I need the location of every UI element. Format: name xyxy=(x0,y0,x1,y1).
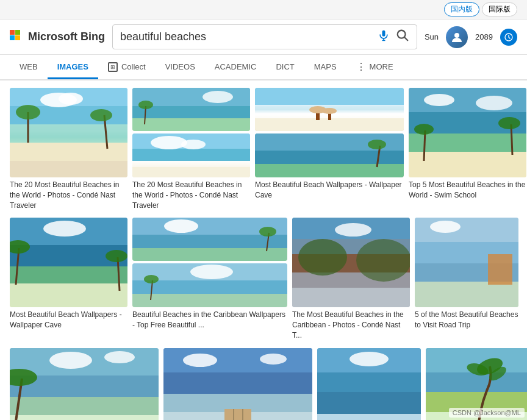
svg-point-90 xyxy=(430,221,461,233)
search-icons xyxy=(378,29,409,45)
svg-point-53 xyxy=(498,117,520,129)
svg-rect-103 xyxy=(224,409,251,420)
nav-item-maps[interactable]: MAPS xyxy=(304,56,346,79)
bing-logo-icon xyxy=(10,30,24,44)
watermark: CSDN @Jackson@ML xyxy=(449,408,525,418)
svg-rect-15 xyxy=(10,161,127,177)
svg-rect-4 xyxy=(382,30,385,37)
svg-rect-59 xyxy=(10,283,127,307)
svg-rect-66 xyxy=(132,235,287,248)
logo[interactable]: Microsoft Bing xyxy=(10,30,105,44)
image-card-r2c1[interactable]: Most Beautiful Beach Wallpapers - Wallpa… xyxy=(10,218,127,340)
svg-rect-34 xyxy=(255,88,404,106)
svg-rect-0 xyxy=(10,30,15,35)
image-card-r2c3[interactable]: The Most Beautiful Beaches in the Caribb… xyxy=(292,218,410,340)
image-title-r1c2: The 20 Most Beautiful Beaches in the Wor… xyxy=(132,180,250,210)
svg-point-33 xyxy=(181,140,206,149)
svg-point-25 xyxy=(203,91,233,103)
svg-point-98 xyxy=(104,351,135,363)
svg-point-60 xyxy=(43,221,86,237)
svg-rect-94 xyxy=(10,415,159,420)
svg-point-21 xyxy=(59,93,83,105)
nav-item-videos[interactable]: VIDEOS xyxy=(156,56,205,79)
svg-line-8 xyxy=(404,37,407,40)
logo-text: Microsoft Bing xyxy=(28,30,105,43)
image-card-r3c2[interactable]: 10 Most Beautiful Beaches in the South P… xyxy=(163,348,312,420)
nav-item-dict[interactable]: DICT xyxy=(266,56,304,79)
svg-point-83 xyxy=(298,239,347,276)
svg-rect-1 xyxy=(15,30,20,35)
svg-point-74 xyxy=(190,265,233,279)
svg-rect-88 xyxy=(415,282,518,307)
svg-rect-29 xyxy=(132,149,250,161)
image-row-1: The 20 Most Beautiful Beaches in the Wor… xyxy=(5,85,522,213)
more-dots-icon: ⋮ xyxy=(356,61,366,73)
nav-item-images[interactable]: IMAGES xyxy=(48,56,98,79)
nav-item-web[interactable]: WEB xyxy=(10,56,48,79)
svg-rect-93 xyxy=(10,397,159,418)
svg-rect-24 xyxy=(132,118,250,131)
nav-item-academic[interactable]: ACADEMIC xyxy=(205,56,267,79)
svg-point-70 xyxy=(259,227,276,237)
svg-point-84 xyxy=(356,239,410,282)
nav-bar: WEB IMAGES ⊞ Collect VIDEOS ACADEMIC DIC… xyxy=(0,55,527,80)
mic-icon[interactable] xyxy=(378,29,390,44)
svg-line-54 xyxy=(424,130,425,161)
svg-point-27 xyxy=(138,101,153,109)
reward-badge[interactable] xyxy=(500,29,517,46)
image-card-r3c3[interactable]: 20-most-beautiful-beaches-in-the-world -… xyxy=(317,348,421,420)
image-row-3: Beautiful Beaches Wallpapers - Wallpaper… xyxy=(5,346,522,420)
image-results: The 20 Most Beautiful Beaches in the Wor… xyxy=(0,80,527,420)
svg-rect-14 xyxy=(10,143,127,161)
svg-rect-2 xyxy=(10,35,15,40)
svg-rect-48 xyxy=(409,133,526,155)
top-bar: 国内版 国际版 xyxy=(0,0,527,20)
image-title-r2c2: Beautiful Beaches in the Caribbean Wallp… xyxy=(132,310,287,330)
search-icon[interactable] xyxy=(396,29,409,45)
image-title-r2c3: The Most Beautiful Beaches in the Caribb… xyxy=(292,310,410,340)
svg-point-50 xyxy=(424,94,454,106)
svg-rect-111 xyxy=(317,414,421,420)
svg-point-17 xyxy=(16,105,40,119)
svg-rect-3 xyxy=(15,35,20,40)
image-card-r1c3[interactable]: Most Beautiful Beach Wallpapers - Wallpa… xyxy=(255,88,404,210)
svg-point-40 xyxy=(322,108,337,114)
svg-point-68 xyxy=(164,219,198,233)
svg-rect-110 xyxy=(317,392,421,416)
image-card-r1c4[interactable]: Top 5 Most Beautiful Beaches in the Worl… xyxy=(409,88,526,210)
image-title-r2c1: Most Beautiful Beach Wallpapers - Wallpa… xyxy=(10,310,127,330)
domestic-btn[interactable]: 国内版 xyxy=(444,2,479,16)
user-name: Sun xyxy=(425,32,439,41)
image-card-r2c2[interactable]: Beautiful Beaches in the Caribbean Wallp… xyxy=(132,218,287,340)
collect-icon: ⊞ xyxy=(108,62,118,72)
header-right: Sun 2089 xyxy=(425,26,517,48)
svg-point-51 xyxy=(476,96,512,110)
image-title-r1c3: Most Beautiful Beach Wallpapers - Wallpa… xyxy=(255,180,404,201)
image-row-2: Most Beautiful Beach Wallpapers - Wallpa… xyxy=(5,215,522,343)
svg-point-32 xyxy=(151,136,187,149)
image-card-r2c4[interactable]: 5 of the Most Beautiful Beaches to Visit… xyxy=(415,218,518,340)
svg-rect-49 xyxy=(409,152,526,177)
svg-rect-81 xyxy=(292,288,410,307)
svg-point-9 xyxy=(454,33,459,38)
image-title-r1c4: Top 5 Most Beautiful Beaches in the Worl… xyxy=(409,180,526,201)
svg-point-97 xyxy=(49,352,92,369)
nav-item-more[interactable]: ⋮ MORE xyxy=(346,55,403,80)
svg-rect-36 xyxy=(255,118,404,131)
svg-point-64 xyxy=(106,250,127,262)
image-title-r2c4: 5 of the Most Beautiful Beaches to Visit… xyxy=(415,310,518,330)
avatar[interactable] xyxy=(446,26,468,48)
svg-rect-73 xyxy=(132,294,287,307)
svg-point-76 xyxy=(144,275,159,283)
international-btn[interactable]: 国际版 xyxy=(482,2,517,16)
nav-item-collect[interactable]: ⊞ Collect xyxy=(98,56,156,80)
points-display: 2089 xyxy=(475,32,493,41)
image-card-r3c1[interactable]: Beautiful Beaches Wallpapers - Wallpaper… xyxy=(10,348,159,420)
image-title-r1c1: The 20 Most Beautiful Beaches in the Wor… xyxy=(10,180,127,210)
image-card-r1c2[interactable]: The 20 Most Beautiful Beaches in the Wor… xyxy=(132,88,250,210)
search-box xyxy=(112,24,417,49)
image-card-r1c1[interactable]: The 20 Most Beautiful Beaches in the Wor… xyxy=(10,88,127,210)
search-input[interactable] xyxy=(120,30,378,43)
svg-rect-43 xyxy=(255,164,404,177)
svg-point-107 xyxy=(260,354,287,365)
